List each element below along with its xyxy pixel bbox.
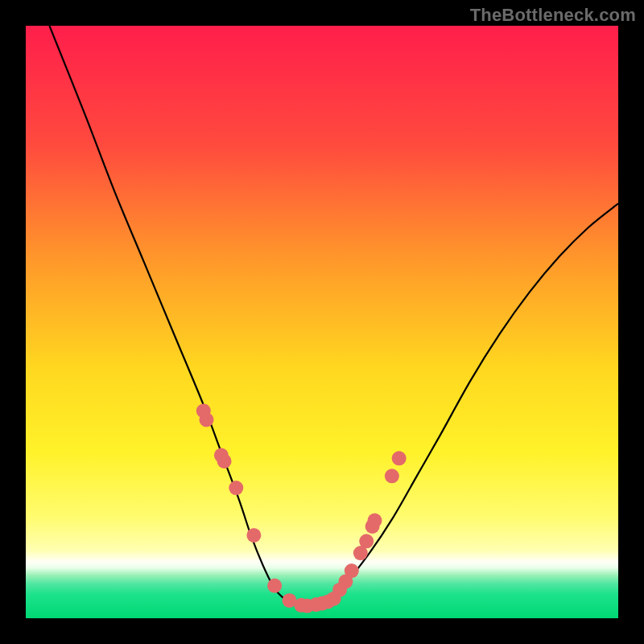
watermark-text: TheBottleneck.com bbox=[470, 5, 636, 26]
curve-layer bbox=[26, 26, 618, 618]
plot-area bbox=[26, 26, 618, 618]
data-marker bbox=[392, 451, 407, 465]
data-marker bbox=[217, 454, 232, 469]
data-marker bbox=[385, 469, 399, 483]
data-marker bbox=[199, 412, 213, 427]
chart-frame: TheBottleneck.com bbox=[0, 0, 644, 644]
bottleneck-curve bbox=[49, 26, 618, 607]
data-marker bbox=[359, 534, 374, 548]
data-marker bbox=[246, 528, 261, 543]
data-marker bbox=[345, 564, 359, 578]
data-marker bbox=[368, 514, 382, 528]
data-marker bbox=[267, 579, 282, 593]
data-marker bbox=[229, 481, 243, 495]
data-markers bbox=[196, 403, 407, 613]
